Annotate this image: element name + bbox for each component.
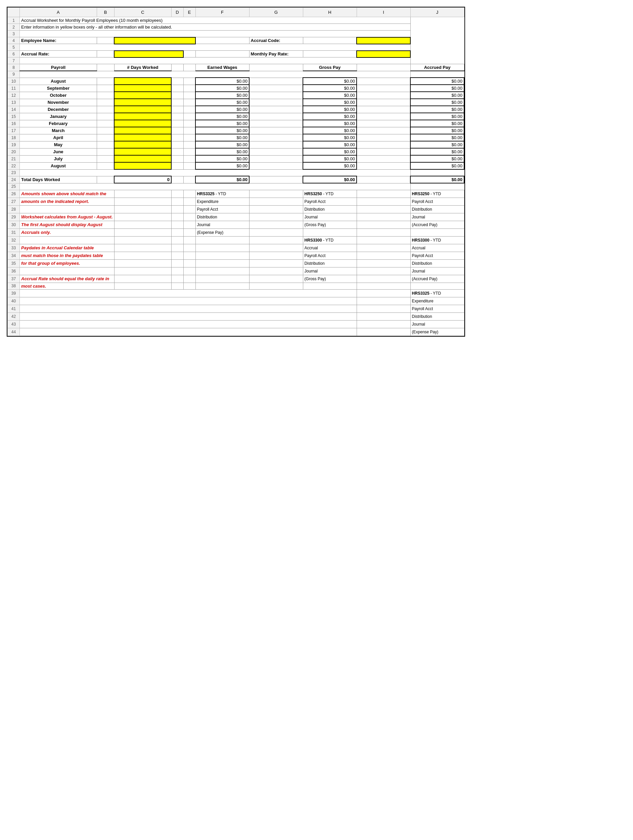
accrued-december: $0.00: [410, 106, 464, 113]
row30-c: [114, 221, 171, 229]
monthly-pay-rate-input[interactable]: [357, 51, 410, 57]
ref-h-row35: Distribution: [303, 259, 357, 267]
row-32: 32 HRS3300 - YTD HRS3300 - YTD: [8, 236, 465, 244]
row-35: 35 for that group of employees. Distribu…: [8, 259, 465, 267]
row27-d: [171, 197, 183, 205]
row-15: 15 January $0.00 $0.00 $0.00: [8, 113, 465, 120]
row15-i: [357, 113, 410, 120]
row34-f: [195, 252, 249, 259]
row-10: 10 August $0.00 $0.00 $0.00: [8, 77, 465, 85]
row37-f: [195, 275, 249, 283]
ref-h-row29: Journal: [303, 213, 357, 221]
row-20: 20 June $0.00 $0.00 $0.00: [8, 148, 465, 155]
row-5-empty: [20, 44, 411, 51]
days-july-input[interactable]: [114, 155, 171, 162]
col-header-J: J: [410, 8, 464, 17]
days-november-input[interactable]: [114, 99, 171, 106]
row-17: 17 March $0.00 $0.00 $0.00: [8, 127, 465, 134]
row36-f: [195, 267, 249, 275]
row16-b: [97, 120, 114, 127]
days-june-input[interactable]: [114, 148, 171, 155]
row38-e: [183, 283, 195, 289]
row10-d: [171, 77, 183, 85]
note-line7: must match those in the paydates table: [20, 252, 115, 259]
row28-a: [20, 205, 115, 213]
gross-october: $0.00: [303, 92, 357, 99]
ref-f-code: HRS3325: [197, 191, 214, 196]
row-24: 24 Total Days Worked 0 $0.00 $0.00 $0.00: [8, 176, 465, 183]
row41-i: [357, 305, 410, 313]
ref-f-row28: Payroll Acct: [195, 205, 249, 213]
days-april-input[interactable]: [114, 134, 171, 141]
row19-g: [249, 141, 303, 148]
accrual-code-input[interactable]: [357, 37, 410, 44]
ref-j-row27: Payroll Acct: [410, 197, 464, 205]
ref-j-row29: Journal: [410, 213, 464, 221]
row42-empty: [20, 313, 357, 320]
days-february-input[interactable]: [114, 120, 171, 127]
gross-august-2: $0.00: [303, 162, 357, 169]
row-6: 6 Accrual Rate: Monthly Pay Rate:: [8, 51, 465, 57]
row38-j: [410, 283, 464, 289]
row14-i: [357, 106, 410, 113]
ref-h-bottom-row32: HRS3300 - YTD: [303, 236, 357, 244]
row14-d: [171, 106, 183, 113]
row8-i: [357, 64, 410, 71]
row20-i: [357, 148, 410, 155]
accrued-september: $0.00: [410, 85, 464, 92]
total-days-val: 0: [114, 176, 171, 183]
row29-d: [171, 213, 183, 221]
col-header-I: I: [357, 8, 410, 17]
days-august-1-input[interactable]: [114, 77, 171, 85]
row-num-4: 4: [8, 37, 20, 44]
row-7-empty: [20, 57, 411, 64]
days-january-input[interactable]: [114, 113, 171, 120]
ref-f-row31: (Expense Pay): [195, 229, 249, 236]
row22-e: [183, 162, 195, 169]
row36-g: [249, 267, 303, 275]
ref-f-row26: HRS3325 - YTD: [195, 190, 249, 197]
month-june: June: [20, 148, 97, 155]
row-21: 21 July $0.00 $0.00 $0.00: [8, 155, 465, 162]
row34-d: [171, 252, 183, 259]
accrued-may: $0.00: [410, 141, 464, 148]
row-num-38: 38: [8, 283, 20, 289]
row-num-26: 26: [8, 190, 20, 197]
days-august-2-input[interactable]: [114, 162, 171, 169]
row-28: 28 Payroll Acct Distribution Distributio…: [8, 205, 465, 213]
accrual-rate-input[interactable]: [114, 51, 183, 57]
days-september-input[interactable]: [114, 85, 171, 92]
row13-e: [183, 99, 195, 106]
row-37: 37 Accrual Rate should equal the daily r…: [8, 275, 465, 283]
ref-j-row43: Journal: [410, 320, 464, 328]
row41-empty: [20, 305, 357, 313]
ref-j-row42: Distribution: [410, 313, 464, 320]
row12-d: [171, 92, 183, 99]
row15-g: [249, 113, 303, 120]
days-may-input[interactable]: [114, 141, 171, 148]
row19-i: [357, 141, 410, 148]
row38-f: [195, 283, 249, 289]
row27-e: [183, 197, 195, 205]
month-january: January: [20, 113, 97, 120]
row18-g: [249, 134, 303, 141]
row36-e: [183, 267, 195, 275]
row-num-11: 11: [8, 85, 20, 92]
earned-january: $0.00: [195, 113, 249, 120]
total-days-label: Total Days Worked: [20, 176, 97, 183]
row-36: 36 Journal Journal: [8, 267, 465, 275]
earned-wages-header: Earned Wages: [195, 64, 249, 71]
days-march-input[interactable]: [114, 127, 171, 134]
row-num-33: 33: [8, 244, 20, 252]
row22-d: [171, 162, 183, 169]
employee-name-input[interactable]: [114, 37, 195, 44]
ref-j-top-ytd: - YTD: [430, 191, 441, 196]
row35-f: [195, 259, 249, 267]
row-9: 9: [8, 71, 465, 77]
days-october-input[interactable]: [114, 92, 171, 99]
row6-f: [195, 51, 249, 57]
days-december-input[interactable]: [114, 106, 171, 113]
row17-d: [171, 127, 183, 134]
row6-i: [303, 51, 357, 57]
row40-empty: [20, 297, 357, 305]
